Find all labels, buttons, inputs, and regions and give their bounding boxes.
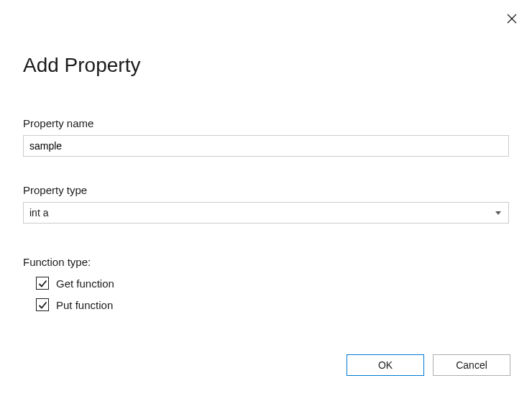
put-function-checkbox [36,298,49,311]
dialog-title: Add Property [23,54,140,77]
get-function-checkbox-row[interactable]: Get function [36,277,114,290]
property-name-section: Property name [23,117,509,157]
close-icon [507,14,517,24]
property-name-label: Property name [23,117,509,129]
property-type-section: Property type int a [23,184,509,224]
checkmark-icon [38,300,47,310]
function-type-section: Function type: Get function Put function [23,256,114,311]
chevron-down-icon [495,211,501,215]
ok-button[interactable]: OK [347,354,424,376]
get-function-checkbox [36,277,49,290]
close-button[interactable] [506,13,518,24]
get-function-label: Get function [56,277,114,290]
property-type-value: int a [29,207,495,218]
cancel-button[interactable]: Cancel [433,354,510,376]
put-function-checkbox-row[interactable]: Put function [36,298,114,311]
button-row: OK Cancel [347,354,510,376]
property-type-label: Property type [23,184,509,196]
checkmark-icon [38,279,47,288]
property-type-combobox[interactable]: int a [23,202,509,224]
function-type-label: Function type: [23,256,114,268]
property-name-input[interactable] [23,135,509,157]
put-function-label: Put function [56,299,113,311]
